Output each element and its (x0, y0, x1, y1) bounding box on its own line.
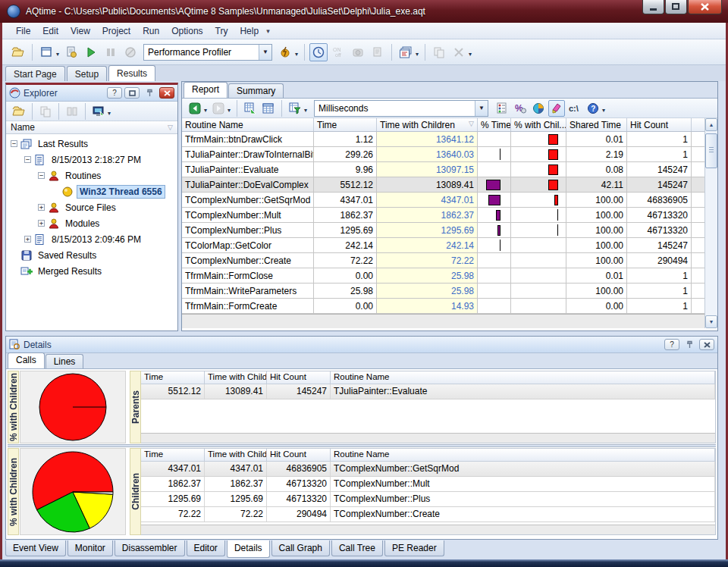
tree-item[interactable]: +Source Files (6, 199, 177, 215)
details-section-divider[interactable] (8, 444, 716, 447)
tree-item[interactable]: Merged Results (6, 263, 177, 279)
tree-item[interactable]: +8/15/2013 2:09:46 PM (6, 231, 177, 247)
bottom-tab-call-tree[interactable]: Call Tree (331, 540, 383, 556)
tree-item[interactable]: −8/15/2013 2:18:27 PM (6, 152, 177, 168)
filter-icon[interactable] (287, 100, 303, 117)
run-icon[interactable] (82, 43, 100, 61)
add-module-icon[interactable] (62, 43, 80, 61)
scroll-up-button[interactable]: ▲ (705, 118, 717, 131)
pie-chart-icon[interactable] (530, 100, 547, 117)
columns-icon[interactable] (494, 100, 510, 117)
panels-icon[interactable] (397, 43, 415, 61)
menu-item-file[interactable]: File (10, 24, 36, 38)
get-results-icon[interactable] (369, 43, 387, 61)
table-row[interactable]: TColorMap::GetColor242.14242.14100.00145… (182, 238, 717, 253)
explorer-pin-icon[interactable] (142, 87, 157, 99)
bottom-tab-monitor[interactable]: Monitor (67, 540, 113, 556)
details-help-button[interactable]: ? (664, 339, 679, 350)
table-row[interactable]: TJuliaPainter::DrawToInternalBit...299.2… (182, 147, 717, 162)
run-with-profiling-icon[interactable] (276, 43, 294, 61)
collapse-icon[interactable]: − (38, 172, 45, 179)
explorer-help-button[interactable]: ? (107, 87, 122, 99)
highlight-icon[interactable] (548, 100, 565, 117)
details-close-button[interactable] (699, 339, 714, 350)
bottom-tab-details[interactable]: Details (227, 540, 270, 558)
column-header-hit-count[interactable]: Hit Count (267, 449, 331, 461)
tree-item[interactable]: −Last Results (6, 136, 177, 152)
column-header-time-with-children[interactable]: Time with Children▽ (205, 449, 267, 461)
units-combo[interactable]: Milliseconds ▼ (314, 100, 488, 117)
export-grid-icon[interactable] (242, 100, 259, 117)
column-header-hit-count[interactable]: Hit Count (627, 118, 692, 131)
delete-icon[interactable] (450, 43, 468, 61)
monitor-icon-dropdown[interactable]: ▾ (108, 110, 111, 117)
expand-icon[interactable]: + (38, 220, 45, 227)
tab-setup[interactable]: Setup (67, 66, 107, 81)
vertical-scrollbar[interactable]: ▲▼ (704, 118, 717, 328)
forward-icon-dropdown[interactable]: ▾ (228, 107, 231, 114)
scroll-thumb[interactable] (705, 133, 717, 168)
explorer-close-button[interactable] (159, 87, 174, 99)
menu-item-run[interactable]: Run (136, 24, 165, 38)
help-icon-dropdown[interactable]: ▾ (602, 107, 605, 114)
panels-icon-dropdown[interactable]: ▾ (416, 51, 419, 58)
help-icon[interactable]: ? (585, 100, 601, 117)
tab-results[interactable]: Results (108, 65, 155, 81)
table-row[interactable]: TComplexNumber::GetSqrMod4347.014347.011… (182, 193, 717, 208)
menu-overflow-icon[interactable]: ▾ (266, 27, 270, 35)
bottom-tab-editor[interactable]: Editor (187, 540, 225, 556)
bottom-tab-call-graph[interactable]: Call Graph (271, 540, 330, 556)
back-icon[interactable] (187, 100, 203, 117)
delete-icon-dropdown[interactable]: ▾ (469, 51, 472, 58)
column-header-hit-count[interactable]: Hit Count (267, 371, 331, 384)
menu-item-help[interactable]: Help (234, 24, 265, 38)
title-bar[interactable]: AQtime - C:\Users\Public\Documents\AQtim… (0, 0, 728, 23)
restore-button[interactable] (665, 0, 687, 14)
scroll-down-button[interactable]: ▼ (705, 315, 717, 328)
pause-icon[interactable] (102, 43, 120, 61)
percent-icon[interactable]: % (512, 100, 529, 117)
new-project-icon-dropdown[interactable]: ▾ (56, 51, 59, 58)
column-header-time[interactable]: Time (314, 118, 377, 131)
bottom-tab-event-view[interactable]: Event View (5, 540, 66, 556)
drive-icon[interactable]: c:\ (566, 100, 583, 117)
menu-item-view[interactable]: View (64, 24, 96, 38)
tab-lines[interactable]: Lines (46, 354, 84, 368)
table-row[interactable]: TfrmMain::FormCreate0.0014.930.001 (182, 299, 717, 314)
monitor-icon[interactable] (90, 103, 107, 120)
menu-item-try[interactable]: Try (209, 24, 234, 38)
column-header-time-with-children[interactable]: Time with Children▽ (205, 371, 267, 384)
column-header--time[interactable]: % Time (478, 118, 511, 131)
table-row[interactable]: TJuliaPainter::DoEvalComplex5512.1213089… (182, 177, 717, 193)
column-header-time[interactable]: Time (141, 371, 205, 384)
table-row[interactable]: 4347.014347.0146836905TComplexNumber::Ge… (141, 462, 715, 477)
tree-item[interactable]: Saved Results (6, 247, 177, 263)
profiling-photo-icon[interactable] (349, 43, 367, 61)
table-row[interactable]: 72.2272.22290494TComplexNumber::Create (141, 507, 715, 522)
table-row[interactable]: TfrmMain::btnDrawClick1.1213641.120.011 (182, 132, 717, 147)
column-header-routine-name[interactable]: Routine Name (331, 371, 715, 384)
explorer-name-header[interactable]: Name ▽ (6, 121, 177, 134)
tab-summary[interactable]: Summary (228, 83, 284, 98)
enable-disable-profiling-icon[interactable]: ONoff (329, 43, 347, 61)
grid-view-icon[interactable] (260, 100, 277, 117)
expand-icon[interactable]: + (38, 204, 45, 211)
open-project-icon[interactable] (9, 43, 27, 61)
back-icon-dropdown[interactable]: ▾ (204, 107, 207, 114)
column-header-shared-time[interactable]: Shared Time (566, 118, 627, 131)
table-row[interactable]: 1295.691295.6946713320TComplexNumber::Pl… (141, 492, 715, 507)
explorer-restore-button[interactable] (124, 87, 140, 99)
tab-report[interactable]: Report (184, 82, 228, 98)
table-row[interactable]: TJuliaPainter::Evaluate9.9613097.150.081… (182, 162, 717, 177)
table-row[interactable]: 5512.1213089.41145247TJuliaPainter::Eval… (141, 384, 715, 399)
stop-icon[interactable] (121, 43, 140, 61)
details-pin-icon[interactable] (682, 339, 697, 350)
table-row[interactable]: TfrmMain::WriteParameters25.9825.98100.0… (182, 284, 717, 299)
table-row[interactable]: 1862.371862.3746713320TComplexNumber::Mu… (141, 477, 715, 492)
column-header-routine-name[interactable]: Routine Name (331, 449, 715, 461)
table-row[interactable]: TfrmMain::FormClose0.0025.980.011 (182, 268, 717, 284)
expand-icon[interactable]: + (24, 236, 31, 243)
tab-calls[interactable]: Calls (8, 352, 45, 368)
menu-item-project[interactable]: Project (96, 24, 136, 38)
collapse-icon[interactable]: − (11, 140, 17, 147)
